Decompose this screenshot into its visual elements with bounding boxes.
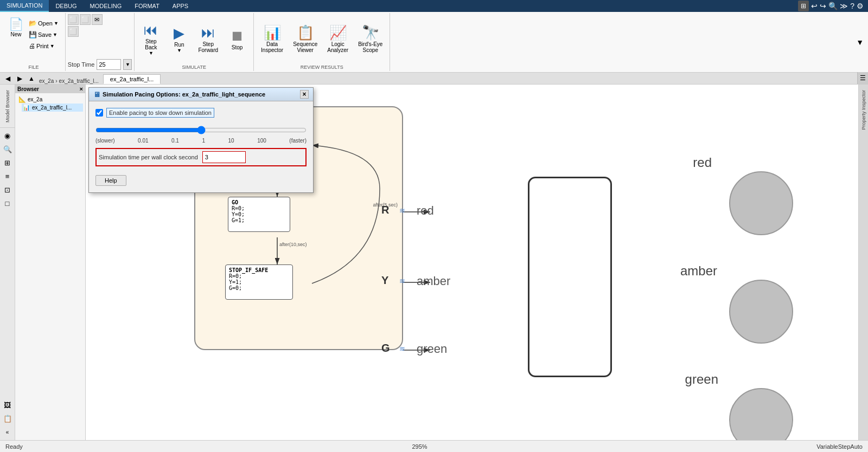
print-icon: 🖨 bbox=[29, 42, 35, 50]
menu-item-modeling[interactable]: MODELING bbox=[84, 0, 129, 12]
redo-icon[interactable]: ↪ bbox=[820, 2, 826, 10]
file-item-1[interactable]: 📐 ex_2a bbox=[17, 95, 83, 104]
toolbar-icon-3[interactable]: ✉ bbox=[92, 14, 103, 25]
status-solver: VariableStepAuto bbox=[816, 443, 863, 450]
enable-pacing-label: Enable pacing to slow down simulation bbox=[106, 108, 214, 118]
sim-time-label: Simulation time per wall clock second bbox=[99, 154, 198, 160]
enable-pacing-checkbox[interactable] bbox=[95, 109, 103, 117]
sidebar-btn-6[interactable]: □ bbox=[2, 197, 14, 209]
property-inspector-tab[interactable]: Property Inspector bbox=[860, 85, 867, 135]
pacing-slider-container: (slower) 0.01 0.1 1 10 100 (faster) bbox=[95, 125, 307, 144]
stop-button[interactable]: ⏹ Stop bbox=[224, 25, 250, 53]
sidebar-btn-bottom-1[interactable]: 🖼 bbox=[2, 399, 14, 411]
logic-analyzer-button[interactable]: 📈 Logic Analyzer bbox=[323, 22, 352, 56]
dialog-title-icon: 🖥 bbox=[93, 91, 100, 99]
print-button[interactable]: 🖨 Print ▼ bbox=[27, 41, 61, 51]
step-back-dropdown[interactable]: ▼ bbox=[149, 50, 154, 56]
toolbar-icon-4[interactable]: ⬜ bbox=[68, 26, 79, 37]
nav-back[interactable]: ◀ bbox=[2, 73, 13, 84]
file-browser-header: Browser × bbox=[15, 85, 85, 93]
file-browser-content: 📐 ex_2a 📊 ex_2a_traffic_l... bbox=[15, 93, 85, 440]
sidebar-btn-4[interactable]: ≡ bbox=[2, 170, 14, 182]
enable-pacing-row: Enable pacing to slow down simulation bbox=[95, 108, 307, 118]
pacing-slider[interactable] bbox=[95, 125, 307, 135]
birds-eye-button[interactable]: 🔭 Bird's-Eye Scope bbox=[354, 22, 386, 56]
open-icon: 📂 bbox=[29, 20, 37, 27]
sidebar-btn-3[interactable]: ⊞ bbox=[2, 157, 14, 169]
tab-bar: ◀ ▶ ▲ ex_2a › ex_2a_traffic_l... ex_2a_t… bbox=[0, 73, 868, 85]
help-button[interactable]: Help bbox=[95, 175, 126, 186]
open-dropdown-icon[interactable]: ▼ bbox=[54, 21, 59, 26]
file-item-2[interactable]: 📊 ex_2a_traffic_l... bbox=[22, 104, 83, 112]
undo-icon[interactable]: ↩ bbox=[811, 2, 818, 10]
settings-icon[interactable]: ⚙ bbox=[857, 2, 864, 10]
menu-item-simulation[interactable]: SIMULATION bbox=[0, 0, 49, 12]
toolbar-icon-1[interactable]: ⬜ bbox=[68, 14, 79, 25]
dialog-title-bar[interactable]: 🖥 Simulation Pacing Options: ex_2a_traff… bbox=[89, 88, 313, 101]
right-panel[interactable]: Property Inspector bbox=[858, 85, 868, 440]
file-group: 📄 New 📂 Open ▼ 💾 Save ▼ 🖨 bbox=[2, 13, 66, 71]
signal-wave-g: ≋ bbox=[399, 345, 405, 353]
main-area: Model Browser ◉ 🔍 ⊞ ≡ ⊡ □ 🖼 📋 « Browser … bbox=[0, 85, 868, 440]
menu-item-apps[interactable]: APPS bbox=[166, 0, 195, 12]
sidebar-btn-collapse[interactable]: « bbox=[2, 426, 14, 438]
sidebar-btn-1[interactable]: ◉ bbox=[2, 130, 14, 141]
traffic-light-green-label: green bbox=[685, 372, 718, 387]
search-icon[interactable]: 🔍 bbox=[828, 2, 838, 10]
simulation-pacing-dialog: 🖥 Simulation Pacing Options: ex_2a_traff… bbox=[88, 87, 314, 193]
nav-up[interactable]: ▲ bbox=[26, 73, 37, 84]
print-dropdown-icon[interactable]: ▼ bbox=[50, 43, 55, 49]
save-button[interactable]: 💾 Save ▼ bbox=[27, 30, 61, 40]
slider-labels: (slower) 0.01 0.1 1 10 100 (faster) bbox=[95, 138, 307, 144]
diagram-icon: 📊 bbox=[23, 104, 30, 111]
help-icon[interactable]: ? bbox=[850, 2, 854, 10]
ribbon: 📄 New 📂 Open ▼ 💾 Save ▼ 🖨 bbox=[0, 12, 868, 73]
active-tab[interactable]: ex_2a_traffic_l... bbox=[103, 74, 161, 84]
stop-icon: ⏹ bbox=[230, 28, 244, 44]
review-results-label: REVIEW RESULTS bbox=[257, 63, 386, 70]
toolbar-expand[interactable]: ▼ bbox=[854, 13, 866, 71]
signal-wave-y: ≋ bbox=[399, 277, 405, 285]
dialog-title-text: Simulation Pacing Options: ex_2a_traffic… bbox=[103, 91, 265, 98]
step-back-icon: ⏮ bbox=[144, 22, 158, 38]
canvas-area[interactable]: after(10,sec) after(10,sec) after(5,sec)… bbox=[86, 85, 858, 440]
step-back-button[interactable]: ⏮ Step Back ▼ bbox=[138, 19, 164, 59]
run-icon: ▶ bbox=[174, 25, 184, 42]
menu-item-debug[interactable]: DEBUG bbox=[49, 0, 83, 12]
sidebar-btn-bottom-2[interactable]: 📋 bbox=[2, 412, 14, 424]
stop-time-label: Stop Time bbox=[68, 61, 95, 68]
sidebar-btn-5[interactable]: ⊡ bbox=[2, 184, 14, 196]
menu-item-format[interactable]: FORMAT bbox=[128, 0, 166, 12]
step-forward-button[interactable]: ⏭ Step Forward bbox=[194, 22, 222, 56]
browser-tab[interactable]: Model Browser bbox=[4, 87, 11, 126]
top-icon-1[interactable]: ⊞ bbox=[798, 1, 809, 11]
right-panel-toggle[interactable]: ☰ bbox=[857, 72, 868, 84]
run-dropdown[interactable]: ▼ bbox=[177, 48, 182, 53]
step-forward-icon: ⏭ bbox=[201, 24, 215, 41]
dialog-close-button[interactable]: × bbox=[300, 90, 309, 99]
menu-bar: SIMULATION DEBUG MODELING FORMAT APPS ⊞ … bbox=[0, 0, 868, 12]
traffic-light-red-label: red bbox=[693, 155, 712, 170]
toolbar-icon-2[interactable]: ⬜ bbox=[80, 14, 91, 25]
sim-time-input[interactable] bbox=[202, 151, 246, 163]
review-results-group: 📊 Data Inspector 📋 Sequence Viewer 📈 Log… bbox=[254, 13, 390, 71]
nav-forward[interactable]: ▶ bbox=[14, 73, 25, 84]
new-button[interactable]: 📄 New bbox=[7, 16, 25, 38]
sim-time-row: Simulation time per wall clock second bbox=[95, 148, 307, 166]
open-button[interactable]: 📂 Open ▼ bbox=[27, 18, 61, 28]
sequence-viewer-icon: 📋 bbox=[297, 24, 314, 41]
stop-time-input[interactable] bbox=[97, 59, 121, 70]
browser-close[interactable]: × bbox=[80, 86, 83, 92]
stop-time-dropdown[interactable]: ▼ bbox=[123, 59, 132, 70]
run-button[interactable]: ▶ Run ▼ bbox=[166, 22, 192, 56]
save-dropdown-icon[interactable]: ▼ bbox=[53, 32, 58, 37]
breadcrumb: ex_2a › ex_2a_traffic_l... bbox=[39, 78, 99, 84]
new-icon: 📄 bbox=[9, 17, 23, 31]
expand-icon[interactable]: ≫ bbox=[840, 2, 848, 10]
file-browser-panel: Browser × 📐 ex_2a 📊 ex_2a_traffic_l... bbox=[15, 85, 86, 440]
status-bar: Ready 295% VariableStepAuto bbox=[0, 440, 868, 452]
sequence-viewer-button[interactable]: 📋 Sequence Viewer bbox=[289, 22, 321, 56]
data-inspector-button[interactable]: 📊 Data Inspector bbox=[257, 22, 287, 56]
sidebar-btn-2[interactable]: 🔍 bbox=[2, 143, 14, 155]
traffic-light-amber-label: amber bbox=[680, 263, 717, 279]
